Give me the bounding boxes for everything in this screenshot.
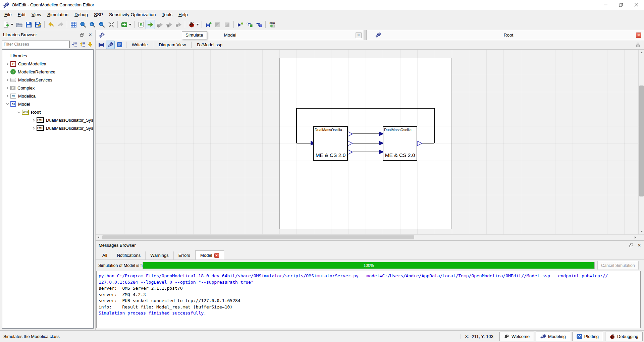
add-bus-button[interactable] — [245, 20, 254, 29]
close-button[interactable] — [629, 0, 644, 10]
chevron-down-icon[interactable] — [16, 111, 21, 114]
menu-debug[interactable]: Debug — [71, 11, 91, 18]
debug-button[interactable] — [187, 20, 196, 29]
zoom-out-button[interactable] — [97, 20, 106, 29]
output-port-icon[interactable] — [348, 141, 353, 146]
perspective-modeling-button[interactable]: Modeling — [536, 332, 570, 341]
tree-item-dualmassoscillator-system2[interactable]: FMU DualMassOscillator_System2 — [2, 116, 93, 124]
perspective-plotting-button[interactable]: Plotting — [572, 332, 603, 341]
scroll-down-button[interactable] — [639, 229, 644, 234]
menu-file[interactable]: File — [1, 11, 15, 18]
scroll-up-button[interactable] — [639, 50, 644, 55]
tree-item-dualmassoscillator-system1[interactable]: FMU DualMassOscillator_System1 — [2, 124, 93, 132]
diagram-view-button[interactable] — [106, 41, 115, 49]
redo-button[interactable] — [56, 20, 65, 29]
restore-button[interactable] — [613, 0, 629, 10]
menu-edit[interactable]: Edit — [15, 11, 29, 18]
tab-warnings[interactable]: Warnings — [146, 251, 173, 260]
menu-sensitivity-optimization[interactable]: Sensitivity Optimization — [106, 11, 159, 18]
submodel-block-system1[interactable]: DualMassOscilla.. ME & CS 2.0 — [313, 126, 348, 161]
simulate-algorithmic-button[interactable] — [164, 20, 174, 29]
tree-item-complex[interactable]: c Complex — [2, 84, 93, 92]
show-grid-button[interactable] — [69, 20, 78, 29]
add-submodel-button[interactable] — [235, 20, 245, 29]
menu-help[interactable]: Help — [175, 11, 191, 18]
add-bus-connector-button[interactable] — [222, 20, 232, 29]
diagram-canvas[interactable]: DualMassOscilla.. ME & CS 2.0 DualMassOs… — [96, 50, 644, 234]
filter-classes-input[interactable] — [2, 41, 70, 48]
simulation-setup-button[interactable]: S — [136, 20, 146, 29]
tree-item-root[interactable]: WC Root — [2, 108, 93, 116]
check-model-dropdown-icon[interactable] — [129, 24, 131, 25]
tab-model[interactable]: Model ✕ — [195, 250, 224, 260]
simulate-animation-button[interactable] — [174, 20, 183, 29]
open-model-button[interactable] — [14, 20, 24, 29]
output-port-icon[interactable] — [417, 141, 422, 146]
tab-errors[interactable]: Errors — [174, 251, 195, 260]
new-model-dropdown-icon[interactable] — [11, 24, 13, 25]
save-as-button[interactable] — [33, 20, 43, 29]
text-view-button[interactable] — [115, 41, 124, 49]
add-system-button[interactable] — [204, 20, 213, 29]
fit-to-diagram-button[interactable] — [106, 20, 116, 29]
tree-item-modelicaservices[interactable]: ModelicaServices — [2, 76, 93, 84]
add-connector-button[interactable] — [213, 20, 222, 29]
root-window-close-button[interactable]: ✕ — [636, 33, 641, 38]
chevron-down-icon[interactable] — [5, 103, 10, 106]
tab-notifications[interactable]: Notifications — [112, 251, 146, 260]
scroll-right-button[interactable] — [633, 235, 638, 240]
tab-all[interactable]: All — [98, 251, 112, 260]
minimize-button[interactable] — [598, 0, 613, 10]
tree-item-modelica[interactable]: m. Modelica — [2, 92, 93, 100]
simulate-transformational-button[interactable] — [155, 20, 164, 29]
perspective-debugging-button[interactable]: Debugging — [605, 332, 643, 341]
tab-model[interactable]: Model ✕ — [96, 30, 364, 40]
check-model-button[interactable] — [119, 20, 129, 29]
writable-toggle[interactable]: Writable — [128, 42, 151, 47]
scroll-to-active-button[interactable] — [87, 41, 94, 48]
chevron-right-icon[interactable] — [5, 87, 10, 90]
tab-model-close-button[interactable]: ✕ — [214, 253, 219, 258]
libraries-tree[interactable]: Libraries P OpenModelica i ModelicaRefer… — [2, 49, 94, 329]
vertical-scrollbar[interactable] — [638, 50, 644, 234]
chevron-right-icon[interactable] — [31, 119, 36, 122]
submodel-block-system2[interactable]: DualMassOscilla... ME & CS 2.0 — [383, 126, 417, 161]
output-port-icon[interactable] — [348, 150, 353, 155]
menu-tools[interactable]: Tools — [159, 11, 176, 18]
collapse-all-button[interactable] — [79, 41, 86, 48]
view-mode-label[interactable]: Diagram View — [155, 42, 189, 47]
undo-button[interactable] — [46, 20, 56, 29]
vertical-scrollbar-thumb[interactable] — [639, 86, 644, 196]
output-port-icon[interactable] — [348, 132, 353, 136]
chevron-right-icon[interactable] — [5, 78, 10, 81]
chevron-right-icon[interactable] — [5, 62, 10, 65]
expand-all-button[interactable] — [71, 41, 78, 48]
menu-simulation[interactable]: Simulation — [44, 11, 71, 18]
debug-dropdown-icon[interactable] — [196, 24, 199, 25]
scroll-left-button[interactable] — [96, 235, 101, 240]
chevron-right-icon[interactable] — [5, 95, 10, 98]
horizontal-scrollbar-thumb[interactable] — [102, 235, 414, 239]
horizontal-scrollbar[interactable] — [96, 234, 644, 240]
export-fmu-button[interactable]: FMU — [267, 20, 277, 29]
dock-close-button[interactable]: ✕ — [637, 243, 642, 248]
connector-view-button[interactable] — [97, 41, 106, 49]
simulate-button[interactable] — [146, 20, 155, 29]
dock-float-button[interactable] — [629, 243, 634, 248]
add-tlm-bus-button[interactable] — [254, 20, 264, 29]
chevron-right-icon[interactable] — [5, 70, 10, 73]
zoom-in-button[interactable] — [88, 20, 97, 29]
tree-item-model[interactable]: M Model — [2, 100, 93, 108]
perspective-welcome-button[interactable]: Welcome — [499, 332, 534, 341]
menu-ssp[interactable]: SSP — [91, 11, 106, 18]
lock-view-button[interactable] — [634, 41, 642, 49]
save-button[interactable] — [24, 20, 33, 29]
reset-zoom-button[interactable] — [78, 20, 88, 29]
menu-view[interactable]: View — [29, 11, 44, 18]
dock-float-button[interactable] — [79, 32, 85, 38]
tree-item-openmodelica[interactable]: P OpenModelica — [2, 60, 93, 68]
cancel-simulation-button[interactable]: Cancel Simulation — [597, 261, 639, 270]
tree-item-modelicareference[interactable]: i ModelicaReference — [2, 68, 93, 76]
chevron-right-icon[interactable] — [31, 127, 36, 130]
dock-close-button[interactable]: ✕ — [88, 32, 93, 38]
